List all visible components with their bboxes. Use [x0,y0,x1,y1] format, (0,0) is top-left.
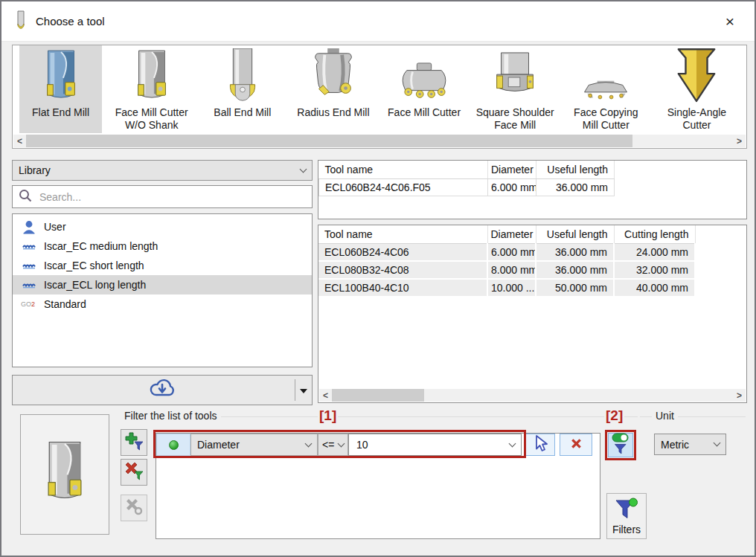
library-list-item[interactable]: GO2 Standard [13,294,312,314]
table-cell: 40.000 mm [614,279,695,297]
pick-cursor-icon [532,434,548,455]
filter-value-combobox[interactable] [348,434,522,456]
radius-end-mill-icon [310,47,357,105]
toolbar-tool[interactable]: Face Copying Mill Cutter [565,45,647,133]
filter-active-dot-icon [169,440,179,450]
table-cell: 36.000 mm [536,179,615,196]
dialog-title: Choose a tool [36,15,105,28]
tool-list-table: Tool nameDiameterUseful lengthCutting le… [318,225,696,297]
scroll-right-icon[interactable]: > [733,390,746,401]
annotation-label-1: [1] [318,408,338,424]
column-header[interactable]: Tool name [319,161,488,179]
column-header[interactable]: Useful length [536,225,614,244]
table-cell: ECL100B40-4C10 [318,279,487,297]
column-header[interactable]: Useful length [536,161,615,179]
annotation-label-2: [2] [604,408,624,424]
column-header[interactable]: Diameter [488,161,536,179]
button-separator [295,379,295,401]
tool-type-strip: Flat End Mill Face Mill Cutter W/O Shank… [12,45,747,149]
toolbar-tool[interactable]: Flat End Mill [19,45,102,133]
library-list-item[interactable]: User [13,217,312,236]
toolbar-tool-label: Flat End Mill [32,106,89,119]
column-header[interactable]: Tool name [318,225,487,244]
table-cell: 24.000 mm [614,244,695,262]
search-icon [19,189,32,205]
filter-value-input[interactable] [355,438,496,451]
toolbar-tool[interactable]: Face Mill Cutter [383,45,466,133]
filter-status-cell[interactable] [156,434,190,456]
library-item-label: Standard [44,298,86,310]
toolbar-tool-label: Face Mill Cutter W/O Shank [110,106,193,132]
library-item-label: Iscar_ECL long length [44,279,146,291]
column-header[interactable]: Diameter [487,225,536,244]
library-list-item[interactable]: Iscar_ECL long length [13,275,312,294]
flat-end-mill-icon [38,47,84,105]
library-list-item[interactable]: Iscar_EC short length [13,256,312,275]
scrollbar-thumb[interactable] [26,135,632,147]
toolbar-tool[interactable]: Square Shoulder Face Mill [474,45,557,133]
toolbar-tool[interactable]: Single-Angle Cutter [656,45,738,133]
tool-strip-scrollbar[interactable]: < > [13,135,746,147]
scroll-left-icon[interactable]: < [319,390,332,401]
cut-filter-button [121,495,147,521]
tool-list-scrollbar[interactable]: < > [319,389,746,402]
toolbar-tool-label: Face Copying Mill Cutter [565,106,647,132]
table-cell: 6.000 mm [487,244,536,262]
table-cell: 32.000 mm [614,261,695,279]
library-dropdown[interactable]: Library [12,160,313,181]
unit-group-label: Unit [652,410,678,422]
table-cell: ECL060B24-4C06.F05 [319,179,488,196]
table-cell: 6.000 mm [488,179,536,196]
filters-button[interactable]: Filters [606,493,647,539]
table-cell: ECL060B24-4C06 [318,244,487,262]
table-cell: 10.000 ... [487,279,536,297]
filters-icon [615,498,639,523]
toolbar-tool[interactable]: Face Mill Cutter W/O Shank [110,45,193,133]
tool-preview-image [36,440,93,509]
table-row[interactable]: ECL080B32-4C088.000 mm36.000 mm32.000 mm [318,261,695,279]
close-button[interactable]: × [720,12,740,31]
end-mill-app-icon [15,10,27,33]
add-filter-icon [125,432,144,454]
scroll-right-icon[interactable]: > [733,136,746,147]
library-list-item[interactable]: Iscar_EC medium length [13,236,312,256]
square-shoulder-face-mill-icon [489,47,541,105]
table-row[interactable]: ECL100B40-4C1010.000 ...50.000 mm40.000 … [318,279,695,297]
filter-field-dropdown[interactable]: Diameter [190,434,318,456]
toolbar-tool-label: Ball End Mill [214,106,271,119]
dropdown-arrow-icon[interactable] [300,389,307,393]
delete-filter-button[interactable] [121,459,147,486]
tool-preview [20,414,109,535]
search-box [12,185,313,208]
table-row[interactable]: ECL060B24-4C06.F056.000 mm36.000 mm [319,179,615,196]
iscar-logo-icon [20,242,38,251]
table-cell: 36.000 mm [536,261,614,279]
table-cell: 8.000 mm [487,261,536,279]
unit-dropdown-value: Metric [661,439,689,451]
add-filter-button[interactable] [121,429,147,456]
enable-filter-toggle-button[interactable] [608,433,633,457]
unit-dropdown[interactable]: Metric [654,434,726,455]
toolbar-tool[interactable]: Ball End Mill [201,45,284,133]
toolbar-tool[interactable]: Radius End Mill [292,45,374,133]
library-dropdown-value: Library [19,164,51,176]
titlebar: Choose a tool × [1,1,755,42]
library-list: User Iscar_EC medium length Iscar_EC sho… [12,213,313,367]
choose-a-tool-dialog: Choose a tool × Flat End Mill Face Mill … [0,0,756,557]
search-input[interactable] [38,190,284,204]
face-mill-cutter-icon [397,47,451,105]
remove-filter-button[interactable] [560,434,592,456]
column-header[interactable]: Cutting length [614,225,695,244]
download-library-button[interactable] [12,375,313,405]
scrollbar-thumb[interactable] [332,389,424,402]
chevron-down-icon [338,440,345,447]
chevron-down-icon [714,440,721,447]
library-item-label: Iscar_EC short length [44,260,144,271]
filter-operator-dropdown[interactable]: <= [318,434,348,456]
scroll-left-icon[interactable]: < [13,136,26,147]
table-cell: ECL080B32-4C08 [318,261,487,279]
single-angle-cutter-icon [674,47,719,105]
tool-type-list: Flat End Mill Face Mill Cutter W/O Shank… [13,45,746,133]
table-row[interactable]: ECL060B24-4C066.000 mm36.000 mm24.000 mm [318,244,695,262]
pick-tool-button[interactable] [525,434,555,456]
